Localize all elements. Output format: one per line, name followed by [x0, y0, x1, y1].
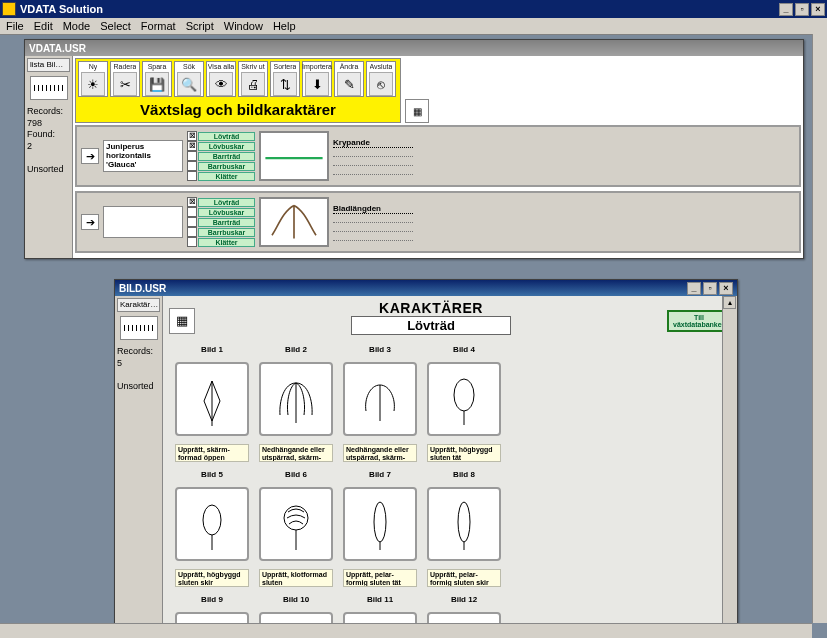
bild-label: Bild 9: [175, 595, 249, 604]
vdata-side-panel: lista Bil… Records: 798 Found: 2 Unsorte…: [25, 56, 73, 258]
toolbar: Ny☀Radera✂Spara som💾Sök🔍Visa alla👁Skriv …: [75, 58, 401, 123]
bild-card[interactable]: [343, 487, 417, 561]
check-label: Klätter: [198, 238, 255, 247]
sortera-icon: ⇅: [273, 72, 297, 96]
app-title: VDATA Solution: [20, 3, 103, 15]
checkbox[interactable]: [187, 217, 197, 227]
checkbox[interactable]: ⊠: [187, 131, 197, 141]
check-label: Barrträd: [198, 218, 255, 227]
plant-name-field[interactable]: [103, 206, 183, 238]
book-icon[interactable]: [30, 76, 68, 100]
bild-scrollbar[interactable]: ▴ ▾: [722, 296, 737, 638]
calculator-icon[interactable]: ▦: [405, 99, 429, 123]
app-hscroll[interactable]: [0, 623, 812, 638]
menu-script[interactable]: Script: [186, 20, 214, 32]
bild-caption: Upprätt, pelar- formig sluten tät: [343, 569, 417, 587]
menu-format[interactable]: Format: [141, 20, 176, 32]
bild-card[interactable]: [175, 362, 249, 436]
bild-maximize[interactable]: ▫: [703, 282, 717, 295]
bild-layout-dropdown[interactable]: Karaktär…: [117, 298, 160, 312]
sort-status: Unsorted: [27, 164, 70, 176]
bild-title: BILD.USR: [119, 283, 166, 294]
bild-label: Bild 10: [259, 595, 333, 604]
sök-icon: 🔍: [177, 72, 201, 96]
toolbar-ny[interactable]: Ny☀: [78, 61, 108, 97]
bild-label: Bild 7: [343, 470, 417, 479]
toolbar-title: Växtslag och bildkaraktärer: [78, 97, 398, 120]
bild-sort-status: Unsorted: [117, 381, 160, 393]
toolbar-visa-alla[interactable]: Visa alla👁: [206, 61, 236, 97]
plant-name-field[interactable]: Juniperus horizontalis 'Glauca': [103, 140, 183, 172]
records-value: 798: [27, 118, 70, 130]
record-row: ➔⊠LövträdLövbuskarBarrträdBarrbuskarKlät…: [75, 191, 801, 253]
maximize-button[interactable]: ▫: [795, 3, 809, 16]
bild-caption: Nedhängande eller utspärrad, skärm-forma…: [343, 444, 417, 462]
bild-card[interactable]: [259, 487, 333, 561]
window-vdata: VDATA.USR lista Bil… Records: 798 Found:…: [24, 39, 804, 259]
checkbox[interactable]: ⊠: [187, 197, 197, 207]
skriv ut-icon: 🖨: [241, 72, 265, 96]
check-label: Klätter: [198, 172, 255, 181]
checkbox[interactable]: ⊠: [187, 141, 197, 151]
check-label: Lövträd: [198, 198, 255, 207]
menu-edit[interactable]: Edit: [34, 20, 53, 32]
toolbar-sök[interactable]: Sök🔍: [174, 61, 204, 97]
menu-file[interactable]: File: [6, 20, 24, 32]
toolbar-skriv-ut[interactable]: Skriv ut🖨: [238, 61, 268, 97]
bild-book-icon[interactable]: [120, 316, 158, 340]
bild-label: Bild 1: [175, 345, 249, 354]
bild-card[interactable]: [427, 362, 501, 436]
bild-records-value: 5: [117, 358, 160, 370]
checkbox[interactable]: [187, 171, 197, 181]
bild-card[interactable]: [427, 487, 501, 561]
close-button[interactable]: ×: [811, 3, 825, 16]
minimize-button[interactable]: _: [779, 3, 793, 16]
app-icon: [2, 2, 16, 16]
checkbox[interactable]: [187, 227, 197, 237]
bild-card[interactable]: [259, 362, 333, 436]
found-label: Found:: [27, 129, 70, 141]
check-label: Lövbuskar: [198, 142, 255, 151]
plant-image: [259, 197, 329, 247]
check-label: Barrträd: [198, 152, 255, 161]
record-arrow[interactable]: ➔: [81, 148, 99, 164]
toolbar-importera[interactable]: Importera⬇: [302, 61, 332, 97]
checkbox[interactable]: [187, 151, 197, 161]
menu-mode[interactable]: Mode: [63, 20, 91, 32]
check-label: Barrbuskar: [198, 162, 255, 171]
checkbox[interactable]: [187, 237, 197, 247]
found-value: 2: [27, 141, 70, 153]
ny-icon: ☀: [81, 72, 105, 96]
app-titlebar: VDATA Solution _ ▫ ×: [0, 0, 827, 18]
radera-icon: ✂: [113, 72, 137, 96]
toolbar-sortera[interactable]: Sortera⇅: [270, 61, 300, 97]
toolbar-spara-som[interactable]: Spara som💾: [142, 61, 172, 97]
toolbar-avsluta[interactable]: Avsluta⎋: [366, 61, 396, 97]
check-label: Barrbuskar: [198, 228, 255, 237]
bild-minimize[interactable]: _: [687, 282, 701, 295]
toolbar-radera[interactable]: Radera✂: [110, 61, 140, 97]
importera-icon: ⬇: [305, 72, 329, 96]
record-arrow[interactable]: ➔: [81, 214, 99, 230]
bild-card[interactable]: [343, 362, 417, 436]
layout-dropdown[interactable]: lista Bil…: [27, 58, 70, 72]
app-window: VDATA Solution _ ▫ × File Edit Mode Sele…: [0, 0, 827, 638]
window-bild: BILD.USR _ ▫ × Karaktär… Records: 5 Unso…: [114, 279, 738, 638]
scroll-up-icon[interactable]: ▴: [723, 296, 736, 309]
subtype-field[interactable]: Lövträd: [351, 316, 511, 335]
bild-titlebar[interactable]: BILD.USR _ ▫ ×: [115, 280, 737, 296]
menu-select[interactable]: Select: [100, 20, 131, 32]
check-label: Lövbuskar: [198, 208, 255, 217]
app-vscroll[interactable]: [812, 34, 827, 623]
bild-label: Bild 8: [427, 470, 501, 479]
checkbox[interactable]: [187, 207, 197, 217]
db-icon[interactable]: ▦: [169, 308, 195, 334]
checkbox[interactable]: [187, 161, 197, 171]
svg-point-9: [458, 502, 470, 542]
bild-close[interactable]: ×: [719, 282, 733, 295]
bild-card[interactable]: [175, 487, 249, 561]
vdata-titlebar[interactable]: VDATA.USR: [25, 40, 803, 56]
menu-window[interactable]: Window: [224, 20, 263, 32]
menu-help[interactable]: Help: [273, 20, 296, 32]
toolbar-ändra-lista[interactable]: Ändra lista✎: [334, 61, 364, 97]
